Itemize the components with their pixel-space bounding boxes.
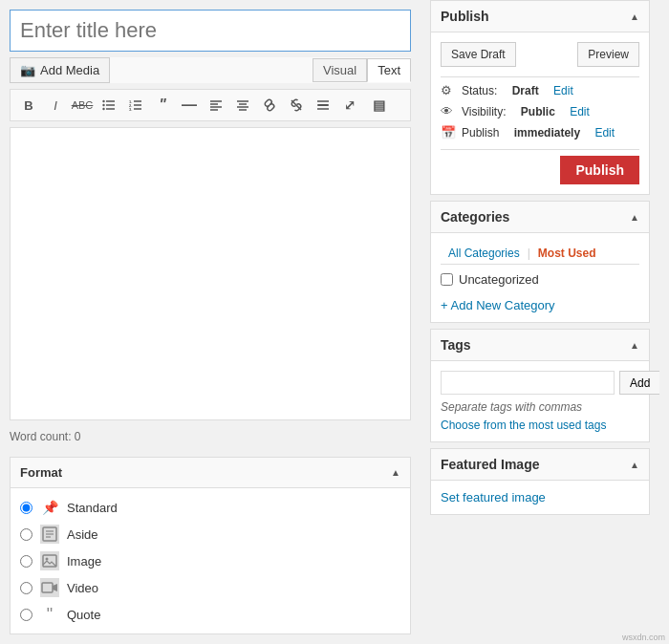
featured-image-panel-title: Featured Image: [441, 457, 539, 472]
format-radio-video[interactable]: [20, 582, 32, 594]
format-title: Format: [20, 465, 62, 480]
camera-icon: 📷: [20, 63, 35, 77]
format-label-video[interactable]: Video: [67, 581, 98, 595]
publish-actions: Save Draft Preview: [441, 42, 639, 67]
format-label-quote[interactable]: Quote: [67, 608, 100, 622]
tags-panel: Tags ▲ Add Separate tags with commas Cho…: [430, 329, 650, 442]
preview-button[interactable]: Preview: [577, 42, 639, 67]
title-input[interactable]: [10, 10, 411, 52]
category-checkbox-uncategorized[interactable]: [441, 273, 453, 286]
align-center-button[interactable]: [230, 94, 255, 117]
featured-image-panel: Featured Image ▲ Set featured image: [430, 448, 650, 515]
svg-rect-21: [317, 104, 329, 106]
save-draft-button[interactable]: Save Draft: [441, 42, 516, 67]
align-left-button[interactable]: [204, 94, 228, 117]
category-label-uncategorized[interactable]: Uncategorized: [459, 272, 539, 287]
add-new-category-link[interactable]: + Add New Category: [441, 298, 555, 312]
publish-panel-header[interactable]: Publish ▲: [431, 1, 649, 32]
format-option-quote: " Quote: [20, 605, 400, 624]
fullscreen-button[interactable]: ⤢: [337, 94, 362, 117]
word-count-label: Word count:: [10, 430, 71, 443]
italic-button[interactable]: I: [43, 94, 68, 117]
tab-text[interactable]: Text: [367, 58, 411, 82]
publish-panel-title: Publish: [441, 9, 489, 24]
svg-point-3: [102, 100, 104, 102]
view-tabs: Visual Text: [313, 58, 411, 82]
svg-point-29: [46, 558, 49, 561]
publish-button[interactable]: Publish: [560, 156, 639, 184]
format-options: 📌 Standard Aside Image: [11, 488, 410, 633]
add-tag-button[interactable]: Add: [619, 371, 659, 395]
visibility-value: Public: [521, 105, 555, 118]
watermark: wsxdn.com: [622, 633, 665, 642]
tags-hint: Separate tags with commas: [441, 400, 639, 414]
category-tabs: All Categories | Most Used: [441, 243, 639, 265]
status-row: ⚙ Status: Draft Edit: [441, 83, 639, 97]
add-media-label: Add Media: [40, 63, 99, 77]
status-label: Status:: [462, 84, 497, 97]
categories-panel-body: All Categories | Most Used Uncategorized…: [431, 233, 649, 322]
tab-most-used[interactable]: Most Used: [530, 243, 604, 264]
visibility-row: 👁 Visibility: Public Edit: [441, 104, 639, 118]
categories-panel-title: Categories: [441, 209, 509, 225]
image-icon: [40, 551, 59, 570]
format-label-aside[interactable]: Aside: [67, 527, 98, 542]
svg-text:3.: 3.: [129, 107, 132, 112]
status-value: Draft: [512, 84, 539, 97]
hr-button[interactable]: —: [177, 94, 202, 117]
tab-all-categories[interactable]: All Categories: [441, 243, 528, 264]
second-row-toggle[interactable]: ▤: [366, 94, 391, 117]
visibility-icon: 👁: [441, 104, 456, 118]
calendar-icon: 📅: [441, 125, 456, 140]
format-label-standard[interactable]: Standard: [67, 501, 118, 515]
format-radio-image[interactable]: [20, 555, 32, 568]
tags-panel-title: Tags: [441, 337, 471, 353]
publish-divider-2: [441, 149, 639, 150]
format-radio-aside[interactable]: [20, 528, 32, 541]
publish-time-edit-link[interactable]: Edit: [594, 126, 615, 140]
format-radio-quote[interactable]: [20, 609, 32, 621]
strikethrough-button[interactable]: ABC: [70, 94, 95, 117]
tags-panel-body: Add Separate tags with commas Choose fro…: [431, 361, 649, 441]
tab-visual[interactable]: Visual: [313, 58, 367, 82]
tags-collapse-arrow: ▲: [630, 340, 639, 351]
categories-collapse-arrow: ▲: [630, 212, 639, 223]
editor-toolbar: B I ABC 1.2.3. " —: [10, 89, 411, 121]
media-toolbar: 📷 Add Media Visual Text: [10, 57, 411, 83]
publish-panel-body: Save Draft Preview ⚙ Status: Draft Edit …: [431, 32, 649, 194]
tags-input[interactable]: [441, 371, 615, 395]
format-label-image[interactable]: Image: [67, 554, 101, 569]
visibility-label: Visibility:: [462, 105, 506, 118]
word-count-value: 0: [75, 430, 81, 443]
visibility-edit-link[interactable]: Edit: [570, 105, 590, 118]
blockquote-button[interactable]: ": [150, 94, 175, 117]
publish-collapse-arrow: ▲: [630, 11, 639, 22]
format-radio-standard[interactable]: [20, 502, 32, 514]
categories-panel: Categories ▲ All Categories | Most Used …: [430, 201, 650, 323]
most-used-tags-link[interactable]: Choose from the most used tags: [441, 419, 606, 432]
status-edit-link[interactable]: Edit: [553, 84, 573, 97]
format-collapse-arrow: ▲: [391, 467, 400, 478]
ul-button[interactable]: [97, 94, 121, 117]
tags-panel-header[interactable]: Tags ▲: [431, 330, 649, 361]
categories-panel-header[interactable]: Categories ▲: [431, 202, 649, 233]
add-media-button[interactable]: 📷 Add Media: [10, 57, 110, 83]
unlink-button[interactable]: [284, 94, 309, 117]
format-option-aside: Aside: [20, 525, 400, 544]
editor-area[interactable]: [10, 127, 411, 420]
bold-button[interactable]: B: [16, 94, 41, 117]
ol-button[interactable]: 1.2.3.: [123, 94, 148, 117]
svg-rect-30: [42, 583, 53, 592]
featured-image-panel-header[interactable]: Featured Image ▲: [431, 449, 649, 481]
more-button[interactable]: [311, 94, 335, 117]
set-featured-image-link[interactable]: Set featured image: [441, 490, 546, 504]
format-header[interactable]: Format ▲: [11, 458, 410, 488]
video-icon: [40, 578, 59, 597]
link-button[interactable]: [257, 94, 282, 117]
pin-icon: 📌: [40, 498, 59, 517]
publish-divider: [441, 76, 639, 77]
publish-time-label: Publish: [462, 126, 499, 140]
left-column: 📷 Add Media Visual Text B I ABC 1.2.3. "…: [0, 0, 421, 644]
featured-image-panel-body: Set featured image: [431, 481, 649, 514]
svg-point-4: [102, 104, 104, 106]
